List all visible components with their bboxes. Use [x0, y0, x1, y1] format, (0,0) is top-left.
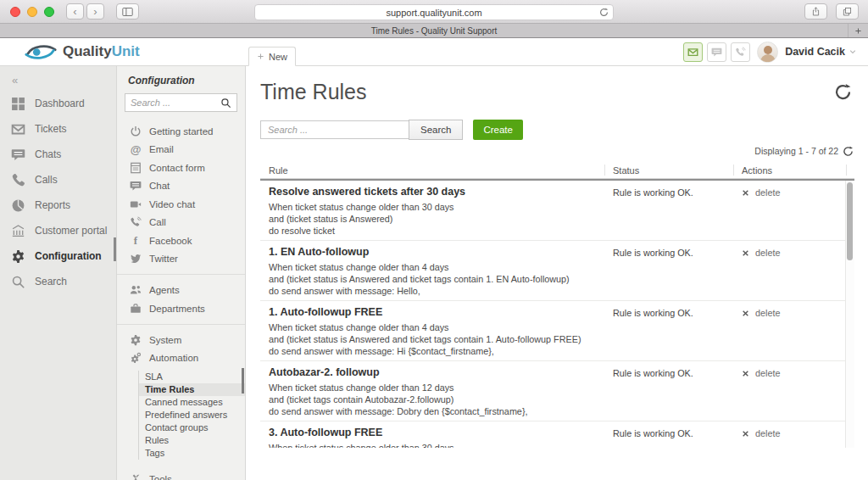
mail-status-button[interactable] — [683, 42, 703, 62]
share-button[interactable] — [804, 3, 827, 20]
sidebar-item[interactable]: Search — [0, 269, 116, 294]
active-tab[interactable]: Time Rules - Quality Unit Support — [371, 26, 498, 36]
configuration-menu-item-tools[interactable]: Tools — [117, 470, 245, 480]
configuration-menu-item[interactable]: Twitter — [117, 250, 245, 269]
configuration-menu-item[interactable]: Call — [117, 214, 245, 232]
sidebar-item[interactable]: Customer portal — [0, 218, 116, 243]
menu-item-label: Call — [149, 217, 166, 227]
configuration-menu-item[interactable]: @ Email — [117, 141, 245, 159]
menu-item-icon — [130, 303, 142, 315]
search-button[interactable]: Search — [409, 120, 463, 140]
table-header: Rule Status Actions — [260, 162, 854, 179]
sidebar-item[interactable]: Calls — [0, 167, 116, 193]
menu-item-label: Automation — [149, 353, 198, 363]
column-header-actions: Actions — [742, 162, 854, 178]
rule-condition: and (ticket status is Answered) — [269, 213, 596, 225]
close-icon[interactable] — [742, 310, 749, 317]
rules-search-input[interactable] — [260, 120, 409, 139]
close-icon[interactable] — [742, 370, 749, 377]
automation-sub-item[interactable]: Predefined answers — [139, 409, 245, 421]
sidebar-item[interactable]: Dashboard — [0, 91, 116, 116]
table-scrollbar[interactable] — [845, 181, 854, 448]
menu-item-icon — [130, 162, 142, 174]
configuration-menu-item[interactable]: Video chat — [117, 195, 245, 214]
table-scrollbar-thumb[interactable] — [847, 182, 853, 260]
close-icon[interactable] — [742, 249, 749, 257]
status-text: Rule is working OK. — [613, 426, 742, 448]
menu-item-label: Chat — [149, 181, 170, 191]
menu-item-icon: f — [130, 235, 142, 247]
sidebar-item[interactable]: Chats — [0, 142, 116, 167]
app-logo[interactable]: QualityUnit — [23, 42, 140, 62]
sidebar-item-icon — [11, 275, 25, 289]
delete-link[interactable]: delete — [755, 187, 780, 198]
zoom-window-button[interactable] — [44, 7, 54, 17]
automation-sub-item[interactable]: Contact groups — [139, 421, 245, 434]
configuration-sidebar-title: Configuration — [128, 75, 245, 87]
configuration-search-box[interactable] — [125, 93, 237, 112]
create-button[interactable]: Create — [473, 120, 523, 140]
search-icon[interactable] — [220, 98, 231, 109]
minimize-window-button[interactable] — [27, 7, 37, 17]
divider — [117, 324, 245, 325]
close-icon[interactable] — [742, 430, 749, 438]
automation-sub-item[interactable]: Rules — [139, 434, 245, 447]
rule-title-link[interactable]: 1. EN Auto-followup — [269, 245, 596, 259]
refresh-page-icon[interactable] — [834, 83, 852, 101]
configuration-sidebar-scrollbar-thumb[interactable] — [242, 368, 244, 393]
configuration-menu-item[interactable]: Agents — [117, 281, 245, 299]
reload-icon[interactable] — [599, 8, 609, 17]
sidebar-item[interactable]: Configuration — [0, 243, 116, 269]
phone-status-button[interactable] — [731, 42, 750, 62]
close-icon[interactable] — [742, 189, 749, 197]
browser-titlebar: ‹ › support.qualityunit.com — [0, 0, 868, 24]
menu-item-icon — [130, 334, 142, 346]
configuration-menu-item[interactable]: Departments — [117, 299, 245, 318]
sidebar-item[interactable]: Tickets — [0, 116, 116, 142]
configuration-menu-item[interactable]: Automation — [117, 349, 245, 368]
rule-title-link[interactable]: Resolve answered tickets after 30 days — [269, 185, 596, 198]
delete-link[interactable]: delete — [755, 308, 780, 318]
rule-title-link[interactable]: 1. Auto-followup FREE — [269, 305, 596, 319]
tabs-icon — [843, 6, 852, 17]
configuration-menu-item[interactable]: System — [117, 331, 245, 349]
configuration-menu-item[interactable]: f Facebook — [117, 232, 245, 250]
forward-button[interactable]: › — [86, 3, 104, 20]
chevron-down-icon[interactable] — [849, 47, 857, 56]
show-tabs-button[interactable] — [836, 3, 859, 20]
back-button[interactable]: ‹ — [66, 3, 84, 20]
configuration-menu-item[interactable]: Chat — [117, 177, 245, 196]
rule-title-link[interactable]: 3. Auto-followup FREE — [269, 426, 596, 439]
rule-cell: Resolve answered tickets after 30 days W… — [260, 185, 613, 237]
menu-item-label: Twitter — [149, 254, 178, 264]
configuration-sidebar: Configuration Getting started @ Email — [116, 66, 246, 480]
table-row: 1. EN Auto-followup When ticket status c… — [260, 241, 845, 301]
status-text: Rule is working OK. — [613, 245, 742, 297]
configuration-menu-item[interactable]: Getting started — [117, 122, 245, 141]
share-icon — [811, 6, 821, 17]
automation-sub-item[interactable]: Canned messages — [139, 396, 245, 409]
avatar[interactable] — [757, 42, 778, 63]
user-name[interactable]: David Cacik — [785, 46, 845, 58]
sidebar-item[interactable]: Reports — [0, 193, 116, 218]
sidebar-item-label: Tickets — [35, 123, 67, 135]
automation-sub-item[interactable]: Time Rules — [139, 383, 245, 396]
close-window-button[interactable] — [10, 7, 20, 17]
sidebar-toggle-button[interactable] — [116, 3, 139, 20]
actions-cell: delete — [742, 185, 845, 237]
new-browser-tab-button[interactable] — [848, 24, 868, 37]
delete-link[interactable]: delete — [755, 248, 780, 258]
address-bar[interactable]: support.qualityunit.com — [254, 4, 614, 20]
delete-link[interactable]: delete — [755, 428, 780, 438]
automation-sub-item[interactable]: SLA — [139, 371, 245, 383]
refresh-list-icon[interactable] — [843, 146, 854, 157]
configuration-menu-item[interactable]: Contact form — [117, 159, 245, 177]
new-item-button[interactable]: New — [248, 47, 296, 66]
delete-link[interactable]: delete — [755, 368, 780, 378]
collapse-sidebar-button[interactable]: « — [12, 74, 116, 87]
configuration-search-input[interactable] — [131, 98, 220, 108]
rule-title-link[interactable]: Autobazar-2. followup — [269, 366, 596, 379]
divider — [117, 274, 245, 275]
automation-sub-item[interactable]: Tags — [139, 447, 245, 460]
chat-status-button[interactable] — [707, 42, 726, 62]
